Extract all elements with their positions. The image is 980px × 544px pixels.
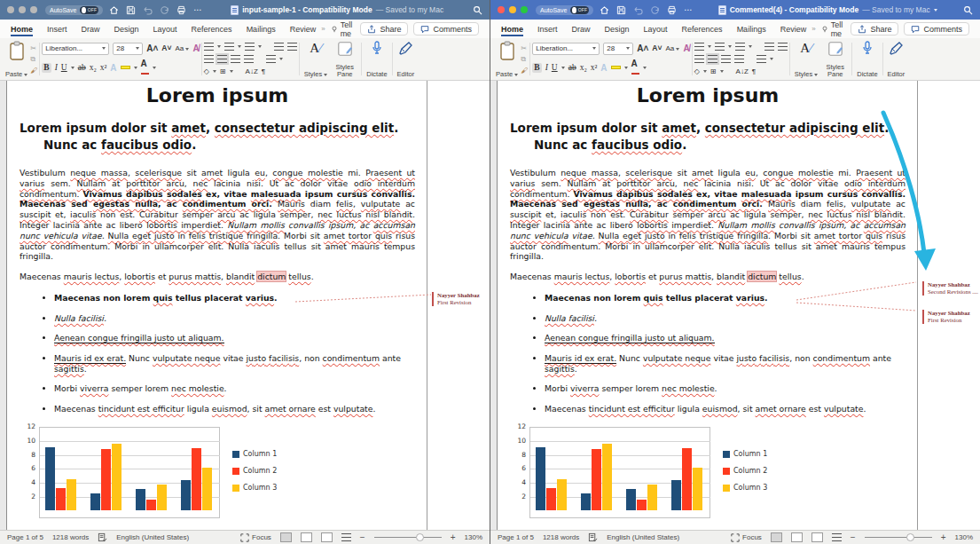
minimize-button[interactable] (19, 6, 26, 13)
search-icon[interactable] (473, 5, 482, 15)
tell-me-button[interactable]: Tell me (821, 20, 851, 38)
shading-icon[interactable]: ◇ (694, 67, 700, 75)
more-commands-icon[interactable]: ⋯ (193, 5, 201, 14)
traffic-lights[interactable] (498, 6, 528, 13)
format-painter-icon[interactable]: 🖌 (30, 67, 37, 75)
strikethrough-icon[interactable]: ab (78, 63, 86, 73)
styles-pane-button[interactable]: Styles Pane (820, 40, 850, 78)
increase-indent-icon[interactable] (778, 43, 788, 51)
change-case-icon[interactable]: Aa (175, 44, 189, 52)
redo-icon[interactable] (650, 5, 660, 15)
subscript-icon[interactable]: x₂ (90, 63, 97, 73)
tab-design[interactable]: Design (605, 21, 630, 36)
justify-icon[interactable] (244, 55, 254, 63)
tab-layout[interactable]: Layout (153, 21, 177, 36)
comments-button[interactable]: Comments (413, 22, 479, 35)
dictate-button[interactable]: Dictate (364, 40, 389, 78)
align-right-icon[interactable] (721, 55, 731, 63)
align-center-icon[interactable] (708, 55, 717, 63)
tab-home[interactable]: Home (11, 21, 33, 36)
grow-font-icon[interactable]: A˄ (146, 44, 158, 52)
sort-icon[interactable]: A↓Z (246, 67, 258, 75)
focus-button[interactable]: Focus (240, 533, 271, 542)
underline-menu-caret[interactable] (561, 67, 565, 69)
line-spacing-icon[interactable] (757, 55, 766, 63)
align-center-icon[interactable] (217, 55, 227, 63)
tab-draw[interactable]: Draw (572, 21, 591, 36)
paste-button[interactable]: Paste (3, 40, 30, 78)
text-effects-icon[interactable]: A (600, 64, 607, 72)
decrease-indent-icon[interactable] (764, 43, 774, 51)
web-layout-view-icon[interactable] (791, 532, 803, 542)
print-layout-view-icon[interactable] (771, 532, 782, 542)
zoom-in-button[interactable]: + (451, 533, 456, 542)
font-name-select[interactable]: Liberation... (532, 43, 600, 55)
underline-menu-caret[interactable] (71, 67, 74, 69)
styles-pane-button[interactable]: Styles Pane (330, 40, 359, 78)
strikethrough-icon[interactable]: ab (568, 63, 576, 73)
titlebar[interactable]: AutoSave OFF ⋯ Commented(4) - Compatibil… (490, 0, 980, 20)
tab-design[interactable]: Design (114, 21, 139, 36)
close-button[interactable] (498, 6, 505, 13)
outline-view-icon[interactable] (321, 532, 333, 542)
zoom-slider-knob[interactable] (906, 533, 914, 541)
shrink-font-icon[interactable]: A˅ (652, 44, 662, 52)
word-count[interactable]: 1218 words (52, 533, 89, 541)
underline-icon[interactable]: U (61, 63, 67, 73)
bold-icon[interactable]: B (42, 63, 51, 73)
page-indicator[interactable]: Page 1 of 5 (498, 533, 534, 541)
title-chevron-icon[interactable] (934, 9, 937, 12)
multilevel-list-icon[interactable] (735, 43, 745, 51)
tab-mailings[interactable]: Mailings (737, 21, 766, 36)
minimize-button[interactable] (509, 6, 516, 13)
text-effects-icon[interactable]: A (110, 64, 116, 72)
sort-icon[interactable]: A↓Z (736, 67, 749, 75)
zoom-level[interactable]: 130% (465, 533, 482, 541)
cut-icon[interactable]: ✂ (521, 44, 528, 52)
styles-button[interactable]: A⁄ Styles (792, 40, 821, 78)
language-indicator[interactable]: English (United States) (607, 533, 679, 541)
font-name-select[interactable]: Liberation... (42, 43, 109, 55)
copy-icon[interactable]: ⧉ (521, 55, 528, 64)
print-icon[interactable] (667, 5, 677, 15)
tab-review[interactable]: Review (780, 21, 807, 36)
styles-button[interactable]: A⁄ Styles (302, 40, 331, 78)
proofing-icon[interactable] (98, 532, 107, 542)
document-area[interactable]: Lorem ipsum Lorem ipsum dolor sit amet, … (0, 81, 490, 530)
tab-insert[interactable]: Insert (537, 21, 558, 36)
editor-button[interactable]: Editor (395, 40, 418, 78)
focus-button[interactable]: Focus (731, 533, 762, 542)
margin-comment[interactable]: Nayyer ShahbazFirst Revision (922, 310, 979, 324)
more-tabs-chevron[interactable]: » (811, 25, 815, 33)
home-icon[interactable] (600, 5, 609, 15)
subscript-icon[interactable]: x₂ (580, 63, 587, 73)
tab-insert[interactable]: Insert (47, 21, 67, 36)
print-icon[interactable] (176, 5, 186, 15)
margin-comment[interactable]: Nayyer ShahbazFirst Revision (432, 292, 489, 306)
zoom-slider-knob[interactable] (416, 533, 424, 541)
comments-button[interactable]: Comments (904, 22, 969, 35)
line-spacing-icon[interactable] (266, 55, 276, 63)
highlight-color-icon[interactable] (121, 66, 130, 69)
traffic-lights[interactable] (7, 6, 37, 13)
share-button[interactable]: Share (851, 22, 898, 35)
zoom-in-button[interactable]: + (941, 533, 946, 542)
change-case-icon[interactable]: Aa (665, 44, 679, 52)
pilcrow-icon[interactable]: ¶ (262, 67, 265, 75)
outline-view-icon[interactable] (811, 532, 823, 542)
dictate-button[interactable]: Dictate (854, 40, 880, 78)
zoom-slider[interactable] (374, 537, 442, 538)
highlight-color-icon[interactable] (611, 66, 621, 69)
justify-icon[interactable] (734, 55, 744, 63)
font-size-select[interactable]: 28 (603, 43, 633, 55)
titlebar[interactable]: AutoSave OFF ⋯ input-sample-1 - Compatib… (0, 0, 490, 20)
font-size-select[interactable]: 28 (113, 43, 143, 55)
word-count[interactable]: 1218 words (543, 533, 579, 541)
grow-font-icon[interactable]: A˄ (637, 44, 648, 52)
italic-icon[interactable]: I (55, 63, 58, 73)
superscript-icon[interactable]: x² (100, 63, 107, 73)
tab-references[interactable]: References (682, 21, 723, 36)
tab-layout[interactable]: Layout (644, 21, 668, 36)
autosave-switch[interactable]: OFF (570, 6, 589, 14)
tab-references[interactable]: References (192, 21, 232, 36)
